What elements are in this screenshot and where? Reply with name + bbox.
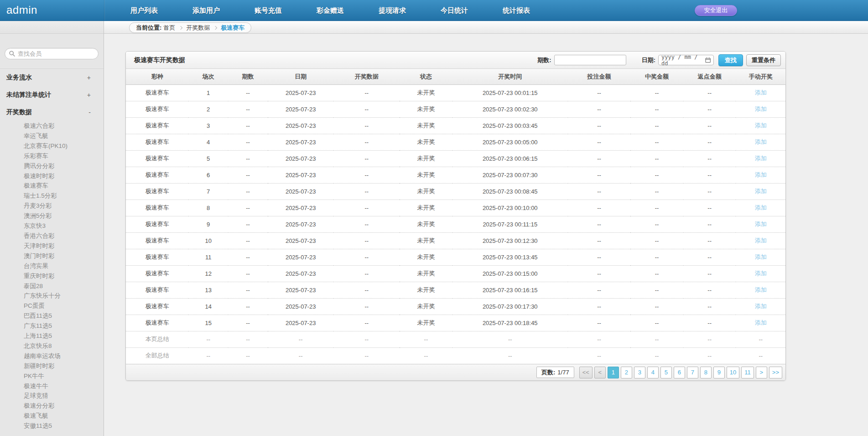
add-link[interactable]: 添加 bbox=[755, 155, 767, 162]
summary-cell: -- bbox=[333, 347, 400, 364]
add-link[interactable]: 添加 bbox=[755, 89, 767, 96]
table-cell: -- bbox=[228, 282, 268, 298]
page-button[interactable]: > bbox=[756, 367, 767, 378]
add-link[interactable]: 添加 bbox=[755, 253, 767, 260]
sidebar-item[interactable]: 瑞士1.5分彩 bbox=[0, 191, 104, 201]
table-row: 极速赛车1--2025-07-23--未开奖2025-07-23 00:01:1… bbox=[126, 84, 785, 101]
breadcrumb-prefix: 当前位置: bbox=[136, 24, 161, 32]
page-button[interactable]: 8 bbox=[700, 367, 712, 378]
date-input[interactable]: yyyy / mm / dd bbox=[658, 55, 714, 65]
sidebar-item[interactable]: 腾讯分分彩 bbox=[0, 161, 104, 171]
sidebar-item[interactable]: 安徽11选5 bbox=[0, 421, 104, 431]
page-button[interactable]: 6 bbox=[674, 367, 685, 378]
add-link[interactable]: 添加 bbox=[755, 221, 767, 227]
sidebar-section-header[interactable]: 未结算注单统计+ bbox=[0, 86, 104, 104]
page-button[interactable]: 11 bbox=[741, 367, 754, 378]
nav-item[interactable]: 添加用户 bbox=[192, 6, 220, 15]
add-link[interactable]: 添加 bbox=[755, 237, 767, 244]
table-cell: -- bbox=[683, 183, 736, 200]
table-cell: -- bbox=[228, 265, 268, 282]
sidebar-item[interactable]: 北京快乐8 bbox=[0, 341, 104, 351]
table-cell: -- bbox=[683, 232, 736, 249]
page-button[interactable]: 3 bbox=[634, 367, 645, 378]
sidebar-item[interactable]: PC蛋蛋 bbox=[0, 301, 104, 311]
sidebar-section-header[interactable]: 开奖数据- bbox=[0, 104, 104, 121]
summary-cell: -- bbox=[736, 331, 785, 347]
table-cell: -- bbox=[683, 315, 736, 331]
sidebar-item[interactable]: 北京赛车(PK10) bbox=[0, 141, 104, 151]
page-button[interactable]: 9 bbox=[713, 367, 725, 378]
add-link[interactable]: 添加 bbox=[755, 270, 767, 277]
sidebar-item[interactable]: 澳洲5分彩 bbox=[0, 211, 104, 221]
table-cell: 极速赛车 bbox=[126, 249, 188, 265]
member-search-input[interactable] bbox=[18, 50, 98, 57]
sidebar-item[interactable]: 极速时时彩 bbox=[0, 171, 104, 181]
table-cell: -- bbox=[333, 232, 400, 249]
logout-button[interactable]: 安全退出 bbox=[695, 5, 737, 16]
nav-item[interactable]: 今日统计 bbox=[441, 6, 468, 15]
sidebar-item[interactable]: 香港六合彩 bbox=[0, 231, 104, 241]
sidebar-item[interactable]: 台湾宾果 bbox=[0, 261, 104, 271]
add-link[interactable]: 添加 bbox=[755, 319, 767, 326]
search-button[interactable]: 查找 bbox=[718, 54, 743, 66]
nav-item[interactable]: 用户列表 bbox=[130, 6, 158, 15]
table-cell: -- bbox=[333, 84, 400, 101]
page-button[interactable]: >> bbox=[769, 367, 782, 378]
sidebar-item[interactable]: 澳门时时彩 bbox=[0, 251, 104, 261]
sidebar-item[interactable]: 广东11选5 bbox=[0, 321, 104, 331]
reset-button[interactable]: 重置条件 bbox=[746, 54, 781, 66]
add-link[interactable]: 添加 bbox=[755, 138, 767, 145]
sidebar-item[interactable]: 泰国28 bbox=[0, 281, 104, 291]
sidebar-section-header[interactable]: 业务流水+ bbox=[0, 69, 104, 86]
add-link[interactable]: 添加 bbox=[755, 303, 767, 310]
pagination: <<<1234567891011>>> bbox=[577, 367, 782, 378]
table-cell: 15 bbox=[188, 315, 228, 331]
add-link[interactable]: 添加 bbox=[755, 105, 767, 112]
add-link[interactable]: 添加 bbox=[755, 171, 767, 178]
page-button[interactable]: 7 bbox=[687, 367, 698, 378]
sidebar-item[interactable]: 广东快乐十分 bbox=[0, 291, 104, 301]
sidebar-item[interactable]: 东京快3 bbox=[0, 221, 104, 231]
sidebar-item[interactable]: 极速六合彩 bbox=[0, 121, 104, 131]
sidebar-item[interactable]: 天津时时彩 bbox=[0, 241, 104, 251]
table-cell: 2025-07-23 00:05:00 bbox=[452, 134, 568, 150]
breadcrumb-item[interactable]: 首页 bbox=[163, 24, 175, 32]
table-cell: -- bbox=[683, 167, 736, 183]
sidebar-item[interactable]: 重庆时时彩 bbox=[0, 271, 104, 281]
page-button[interactable]: 1 bbox=[608, 367, 619, 378]
sidebar-item[interactable]: 新疆时时彩 bbox=[0, 361, 104, 371]
table-cell: 2025-07-23 00:02:30 bbox=[452, 101, 568, 117]
sidebar-item[interactable]: PK牛牛 bbox=[0, 371, 104, 381]
sidebar-item[interactable]: 丹麦3分彩 bbox=[0, 201, 104, 211]
add-link[interactable]: 添加 bbox=[755, 122, 767, 129]
page-button[interactable]: 5 bbox=[660, 367, 672, 378]
sidebar-item[interactable]: 极速飞艇 bbox=[0, 411, 104, 421]
add-link[interactable]: 添加 bbox=[755, 204, 767, 211]
table-cell: 2 bbox=[188, 101, 228, 117]
breadcrumb-item[interactable]: 开奖数据 bbox=[186, 24, 210, 32]
page-button[interactable]: 10 bbox=[727, 367, 739, 378]
table-cell: 2025-07-23 bbox=[268, 200, 334, 216]
breadcrumb-item[interactable]: 极速赛车 bbox=[221, 24, 244, 32]
summary-cell: -- bbox=[683, 331, 736, 347]
sidebar-item[interactable]: 巴西11选5 bbox=[0, 311, 104, 321]
sidebar-item[interactable]: 足球竞猜 bbox=[0, 391, 104, 401]
nav-item[interactable]: 提现请求 bbox=[379, 6, 406, 15]
table-cell: 添加 bbox=[736, 298, 785, 315]
add-link[interactable]: 添加 bbox=[755, 188, 767, 194]
nav-item[interactable]: 账号充值 bbox=[255, 6, 282, 15]
column-header: 日期 bbox=[268, 69, 334, 84]
sidebar-item[interactable]: 上海11选5 bbox=[0, 331, 104, 341]
issue-input[interactable] bbox=[554, 55, 626, 65]
page-button[interactable]: 4 bbox=[647, 367, 659, 378]
sidebar-item[interactable]: 极速赛车 bbox=[0, 181, 104, 191]
sidebar-item[interactable]: 极速分分彩 bbox=[0, 401, 104, 411]
page-button[interactable]: 2 bbox=[621, 367, 632, 378]
add-link[interactable]: 添加 bbox=[755, 286, 767, 293]
sidebar-item[interactable]: 极速牛牛 bbox=[0, 381, 104, 391]
sidebar-item[interactable]: 幸运飞艇 bbox=[0, 131, 104, 141]
sidebar-item[interactable]: 越南幸运农场 bbox=[0, 351, 104, 361]
nav-item[interactable]: 统计报表 bbox=[503, 6, 530, 15]
sidebar-item[interactable]: 乐彩赛车 bbox=[0, 151, 104, 161]
nav-item[interactable]: 彩金赠送 bbox=[317, 6, 344, 15]
